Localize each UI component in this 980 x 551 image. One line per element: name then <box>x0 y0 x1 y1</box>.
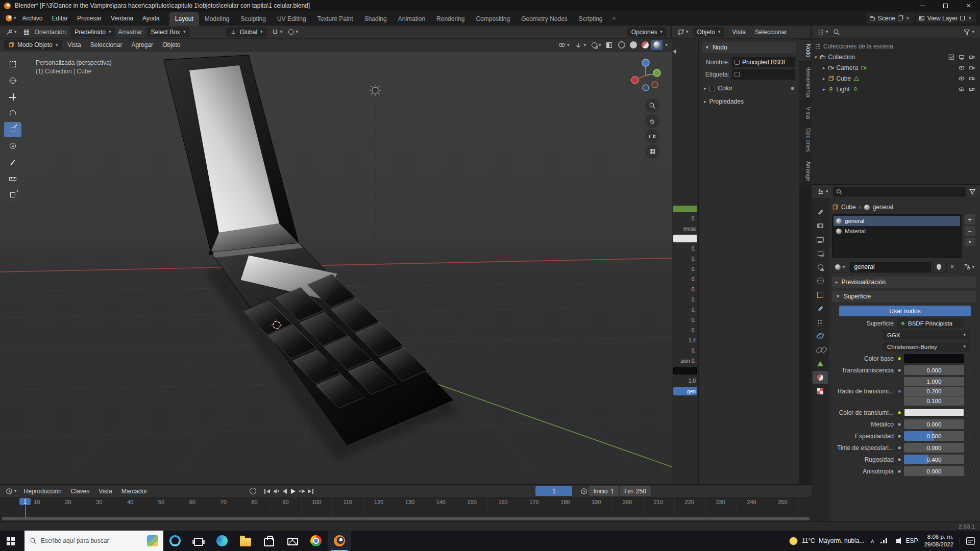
browse-material-button[interactable]: ▾ <box>832 262 848 272</box>
taskbar-app-button[interactable] <box>257 531 281 551</box>
menu-item[interactable]: Reproducción <box>19 484 66 498</box>
taskbar-app-button[interactable] <box>328 531 351 551</box>
current-frame-field[interactable]: 1 <box>535 486 572 496</box>
taskbar-app-button[interactable] <box>304 531 328 551</box>
transport-button[interactable] <box>263 487 272 495</box>
taskbar-app-button[interactable] <box>163 531 187 551</box>
property-slider[interactable]: 0.400 <box>904 455 964 464</box>
breadcrumb-material[interactable]: general <box>873 204 893 211</box>
viewport-tool-button[interactable] <box>4 122 21 137</box>
menu-item[interactable]: Marcador <box>117 484 152 498</box>
sidebar-tab[interactable]: Arrange <box>799 157 812 185</box>
render-visibility-icon[interactable] <box>969 76 975 82</box>
menu-icon[interactable]: ≡ <box>791 85 794 91</box>
breadcrumb-object[interactable]: Cube <box>841 204 856 211</box>
preview-section-header[interactable]: ▸ Previsualización <box>832 277 976 288</box>
decorator-icon[interactable] <box>968 446 972 449</box>
volume-icon[interactable] <box>896 539 899 543</box>
properties-tab[interactable] <box>813 357 828 370</box>
hide-icon[interactable] <box>959 65 965 71</box>
shader-type-dropdown[interactable]: Objeto▾ <box>693 27 725 37</box>
material-button[interactable]: gen <box>673 387 697 395</box>
editor-type-button[interactable]: ▾ <box>816 27 830 37</box>
radius-field[interactable]: 0.100 <box>904 396 964 406</box>
workspace-tab[interactable]: Texture Paint <box>312 12 359 26</box>
ortho-toggle-button[interactable] <box>645 144 659 159</box>
node-tree-button[interactable]: ▾ <box>963 262 976 272</box>
transport-button[interactable] <box>289 487 298 495</box>
menu-item[interactable]: Seleccionar <box>86 38 127 52</box>
properties-tab[interactable] <box>813 247 828 260</box>
scene-selector[interactable]: Scene × <box>866 13 914 23</box>
blender-menu-button[interactable]: ▾ <box>4 13 18 23</box>
playhead-badge[interactable]: 1 <box>19 498 31 505</box>
network-icon[interactable] <box>886 538 887 543</box>
funnel-icon[interactable] <box>969 188 976 195</box>
menu-item[interactable]: Seleccionar <box>750 25 792 39</box>
render-visibility-icon[interactable] <box>969 86 975 92</box>
remove-slot-button[interactable]: − <box>965 226 975 236</box>
menu-item[interactable]: Agregar <box>127 38 158 52</box>
properties-tab[interactable] <box>813 316 828 329</box>
properties-tab[interactable] <box>813 219 828 232</box>
timeline-scrollbar[interactable] <box>2 517 810 520</box>
expand-icon[interactable]: ▸ <box>823 76 825 81</box>
menu-item[interactable]: Ventana <box>106 11 138 26</box>
outliner-object-row[interactable]: ▸ Cube <box>813 73 979 84</box>
workspace-tab[interactable]: Geometry Nodes <box>516 12 573 26</box>
menu-item[interactable]: Vista <box>727 25 750 39</box>
navigation-gizmo[interactable] <box>628 57 664 92</box>
filter-button[interactable]: ▾ <box>962 27 976 37</box>
taskbar-search-input[interactable]: Escribe aquí para buscar <box>24 531 163 551</box>
decorator-icon[interactable] <box>968 458 972 461</box>
properties-tab[interactable] <box>813 343 828 356</box>
menu-item[interactable]: Claves <box>66 484 94 498</box>
decorator-icon[interactable] <box>968 357 972 360</box>
sidebar-tab[interactable]: Vista <box>799 103 812 123</box>
radius-field[interactable]: 0.200 <box>904 387 964 396</box>
add-workspace-button[interactable]: + <box>608 15 620 22</box>
base-color-swatch[interactable] <box>904 354 964 363</box>
language-indicator[interactable]: ESP <box>905 537 918 544</box>
subsurface-method-dropdown[interactable]: Christensen-Burley▾ <box>883 342 970 352</box>
subsurface-slider[interactable]: 0.000 <box>904 365 964 375</box>
transport-button[interactable] <box>272 487 280 495</box>
surface-section-header[interactable]: ▼ Superficie <box>832 291 976 302</box>
shader-canvas-sliver[interactable]: 0. encia 0.0.0.0.0.0.0.0.0.1.40.sión 0. … <box>672 39 699 484</box>
outliner-object-row[interactable]: ▸ Camera <box>813 62 979 73</box>
hide-icon[interactable] <box>959 86 965 92</box>
collapse-arrow-icon[interactable] <box>673 49 676 54</box>
remove-view-layer-icon[interactable]: × <box>967 15 973 22</box>
new-view-layer-icon[interactable] <box>960 16 965 20</box>
viewport-tool-button[interactable] <box>4 138 21 154</box>
properties-search-input[interactable] <box>833 187 966 197</box>
outliner-collection-row[interactable]: ▾ Collection <box>813 52 979 62</box>
properties-tab[interactable] <box>813 385 828 397</box>
fake-user-button[interactable] <box>933 262 944 272</box>
snap-toggle-button[interactable]: ▾ <box>270 27 284 37</box>
material-name-input[interactable]: general <box>850 262 932 272</box>
checkbox-icon[interactable] <box>948 54 954 60</box>
properties-tab[interactable] <box>813 371 828 384</box>
slot-specials-button[interactable]: ▾ <box>965 238 975 246</box>
render-visibility-icon[interactable] <box>969 54 975 60</box>
action-center-icon[interactable] <box>966 537 975 545</box>
orientation-dropdown[interactable]: Predefinido▾ <box>70 27 115 37</box>
editor-type-button[interactable]: ▾ <box>4 486 18 496</box>
gizmos-button[interactable]: ▾ <box>573 40 587 50</box>
active-tool-button[interactable]: ▾ <box>4 27 18 37</box>
workspace-tab[interactable]: Rendering <box>431 12 470 26</box>
transport-button[interactable] <box>280 487 289 495</box>
color-swatch[interactable] <box>673 235 697 242</box>
color-checkbox[interactable] <box>709 86 715 91</box>
menu-item[interactable]: Objeto <box>158 38 185 52</box>
viewport-tool-button[interactable] <box>4 57 21 72</box>
viewport-tool-button[interactable] <box>4 106 21 121</box>
chevron-down-icon[interactable]: ▾ <box>665 43 668 47</box>
node-label-input[interactable] <box>732 69 795 80</box>
drag-dropdown[interactable]: Select Box▾ <box>147 27 190 37</box>
shading-mode-button[interactable] <box>616 40 627 50</box>
viewport-canvas[interactable]: Personalizada (perspectiva) (1) Collecti… <box>0 52 672 484</box>
object-visibility-button[interactable]: ▾ <box>557 40 571 50</box>
material-slot-list[interactable]: generalMaterial <box>832 214 962 258</box>
